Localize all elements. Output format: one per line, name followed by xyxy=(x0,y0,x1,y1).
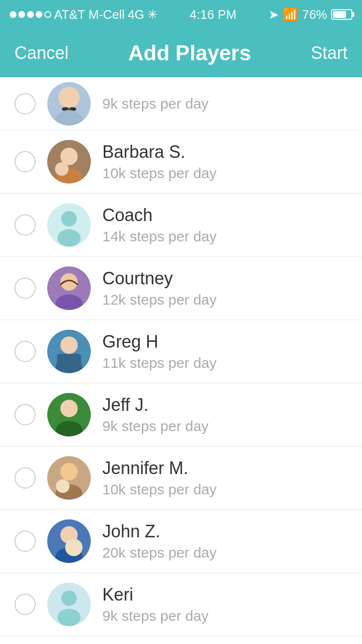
player-info: Keri 9k steps per day xyxy=(102,585,348,624)
bluetooth-icon: 📶 xyxy=(283,7,298,22)
avatar xyxy=(47,330,91,373)
wifi-icon: ✳ xyxy=(147,7,158,22)
player-steps: 14k steps per day xyxy=(102,228,348,245)
select-radio[interactable] xyxy=(14,93,36,114)
avatar-image xyxy=(47,519,91,563)
list-item[interactable]: 9k steps per day xyxy=(0,77,362,130)
battery-tip xyxy=(352,12,354,17)
player-name: Jennifer M. xyxy=(102,458,348,478)
svg-point-20 xyxy=(60,400,78,417)
svg-rect-18 xyxy=(57,354,81,368)
avatar-silhouette xyxy=(47,583,91,626)
player-info: John Z. 20k steps per day xyxy=(102,521,348,561)
signal-dot-5 xyxy=(44,11,51,18)
player-steps: 10k steps per day xyxy=(102,165,348,182)
player-info: Jennifer M. 10k steps per day xyxy=(102,458,348,498)
svg-point-4 xyxy=(54,110,84,126)
avatar-image xyxy=(47,393,91,436)
signal-dots xyxy=(10,11,51,18)
player-name: Courtney xyxy=(102,268,348,289)
avatar xyxy=(47,140,91,183)
svg-point-32 xyxy=(57,609,81,626)
select-radio[interactable] xyxy=(14,341,36,362)
player-info: Jeff J. 9k steps per day xyxy=(102,395,348,434)
list-item[interactable]: Mary B. 9k steps per day xyxy=(0,636,362,644)
avatar xyxy=(47,583,91,626)
player-steps: 11k steps per day xyxy=(102,355,348,371)
svg-point-0 xyxy=(58,87,80,108)
list-item[interactable]: Courtney 12k steps per day xyxy=(0,257,362,320)
player-list: 9k steps per day Barbara S. 10k steps pe… xyxy=(0,77,362,644)
svg-point-23 xyxy=(60,463,78,480)
select-radio[interactable] xyxy=(14,467,36,489)
svg-point-25 xyxy=(56,479,70,493)
svg-point-16 xyxy=(60,336,78,354)
player-steps: 9k steps per day xyxy=(102,96,348,112)
nav-bar: Cancel Add Players Start xyxy=(0,29,362,77)
list-item[interactable]: Barbara S. 10k steps per day xyxy=(0,130,362,194)
player-steps: 9k steps per day xyxy=(102,418,348,434)
avatar-image xyxy=(47,140,91,183)
avatar xyxy=(47,82,91,126)
page-title: Add Players xyxy=(128,41,251,65)
status-bar: AT&T M-Cell 4G ✳ 4:16 PM ➤ 📶 76% xyxy=(0,0,362,29)
time-label: 4:16 PM xyxy=(190,7,237,22)
status-left: AT&T M-Cell 4G ✳ xyxy=(10,7,158,22)
select-radio[interactable] xyxy=(14,531,36,552)
battery-percent: 76% xyxy=(302,7,327,22)
svg-point-11 xyxy=(57,229,81,247)
start-button[interactable]: Start xyxy=(311,43,348,63)
player-info: Coach 14k steps per day xyxy=(102,205,348,245)
avatar xyxy=(47,519,91,563)
avatar xyxy=(47,393,91,436)
player-name: Keri xyxy=(102,585,348,605)
player-steps: 12k steps per day xyxy=(102,292,348,308)
svg-point-10 xyxy=(61,211,77,226)
list-item[interactable]: Coach 14k steps per day xyxy=(0,194,362,257)
svg-rect-3 xyxy=(68,108,70,110)
player-steps: 9k steps per day xyxy=(102,608,348,624)
network-label: 4G xyxy=(127,7,144,22)
location-icon: ➤ xyxy=(268,7,279,22)
signal-dot-2 xyxy=(18,11,25,18)
battery-icon xyxy=(331,9,352,20)
player-name: John Z. xyxy=(102,521,348,542)
select-radio[interactable] xyxy=(14,214,36,236)
player-steps: 10k steps per day xyxy=(102,481,348,498)
list-item[interactable]: John Z. 20k steps per day xyxy=(0,510,362,573)
avatar xyxy=(47,203,91,247)
player-steps: 20k steps per day xyxy=(102,545,348,561)
player-info: Barbara S. 10k steps per day xyxy=(102,142,348,182)
avatar xyxy=(47,456,91,500)
player-info: 9k steps per day xyxy=(102,96,348,112)
svg-point-29 xyxy=(65,539,83,556)
player-name: Coach xyxy=(102,205,348,225)
battery-fill xyxy=(333,11,346,18)
select-radio[interactable] xyxy=(14,404,36,425)
signal-dot-1 xyxy=(10,11,16,18)
avatar-image xyxy=(47,82,91,126)
cancel-button[interactable]: Cancel xyxy=(14,43,69,63)
avatar-silhouette xyxy=(47,203,91,247)
svg-point-8 xyxy=(55,162,69,176)
signal-dot-4 xyxy=(36,11,42,18)
list-item[interactable]: Keri 9k steps per day xyxy=(0,573,362,636)
avatar xyxy=(47,266,91,310)
select-radio[interactable] xyxy=(14,278,36,299)
player-info: Courtney 12k steps per day xyxy=(102,268,348,308)
player-name: Barbara S. xyxy=(102,142,348,162)
select-radio[interactable] xyxy=(14,151,36,172)
list-item[interactable]: Greg H 11k steps per day xyxy=(0,320,362,383)
carrier-label: AT&T M-Cell xyxy=(54,7,125,22)
player-name: Greg H xyxy=(102,332,348,352)
svg-point-31 xyxy=(61,590,77,606)
avatar-image xyxy=(47,266,91,310)
avatar-image xyxy=(47,330,91,373)
player-name: Jeff J. xyxy=(102,395,348,415)
status-right: ➤ 📶 76% xyxy=(268,7,352,22)
list-item[interactable]: Jeff J. 9k steps per day xyxy=(0,383,362,447)
select-radio[interactable] xyxy=(14,594,36,615)
player-info: Greg H 11k steps per day xyxy=(102,332,348,371)
list-item[interactable]: Jennifer M. 10k steps per day xyxy=(0,447,362,510)
signal-dot-3 xyxy=(27,11,34,18)
